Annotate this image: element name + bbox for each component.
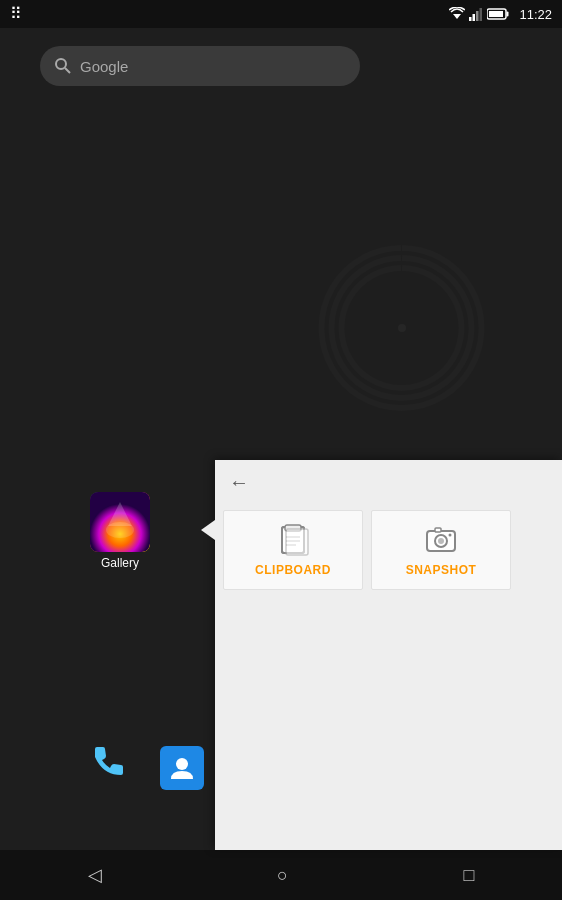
status-time: 11:22	[519, 7, 552, 22]
popup-arrow	[201, 520, 215, 540]
gallery-icon	[90, 492, 150, 552]
contacts-icon	[160, 746, 204, 790]
snapshot-icon	[424, 523, 458, 557]
svg-rect-2	[473, 14, 476, 21]
wifi-icon	[449, 7, 465, 21]
svg-rect-6	[489, 11, 503, 17]
svg-rect-7	[507, 12, 509, 17]
contacts-app[interactable]	[160, 746, 204, 790]
back-nav-button[interactable]: ◁	[88, 864, 102, 886]
battery-icon	[487, 7, 509, 21]
svg-rect-4	[480, 8, 483, 21]
back-button[interactable]: ←	[229, 471, 249, 494]
status-icons: 11:22	[449, 7, 552, 22]
phone-app[interactable]	[80, 736, 134, 790]
svg-rect-1	[469, 17, 472, 21]
clipboard-item[interactable]: CLIPBOARD	[223, 510, 363, 590]
clipboard-icon	[276, 523, 310, 557]
spiral-decoration	[302, 228, 502, 428]
svg-point-24	[438, 538, 444, 544]
svg-point-14	[176, 758, 188, 770]
home-nav-button[interactable]: ○	[277, 865, 288, 886]
snapshot-item[interactable]: SNAPSHOT	[371, 510, 511, 590]
svg-rect-3	[476, 11, 479, 21]
svg-rect-25	[435, 528, 441, 532]
nav-bar: ◁ ○ □	[0, 850, 562, 900]
search-icon	[54, 57, 72, 75]
recent-nav-button[interactable]: □	[463, 865, 474, 886]
popup-panel: ← CLIPBOARD	[215, 460, 562, 850]
svg-point-8	[398, 324, 406, 332]
popup-grid: CLIPBOARD SNAPSHOT	[215, 504, 562, 596]
svg-line-10	[65, 68, 70, 73]
gallery-label: Gallery	[101, 556, 139, 570]
search-bar-label: Google	[80, 58, 128, 75]
signal-icon	[469, 7, 483, 21]
phone-icon	[80, 736, 134, 790]
snapshot-label: SNAPSHOT	[406, 563, 477, 577]
grid-icon: ⠿	[10, 4, 22, 23]
clipboard-label: CLIPBOARD	[255, 563, 331, 577]
svg-rect-21	[286, 529, 308, 555]
svg-point-9	[56, 59, 66, 69]
status-bar: ⠿ 11:22	[0, 0, 562, 28]
svg-marker-0	[453, 14, 461, 19]
search-bar[interactable]: Google	[40, 46, 360, 86]
svg-point-26	[449, 534, 452, 537]
gallery-app[interactable]: Gallery	[90, 492, 150, 570]
popup-header: ←	[215, 460, 562, 504]
